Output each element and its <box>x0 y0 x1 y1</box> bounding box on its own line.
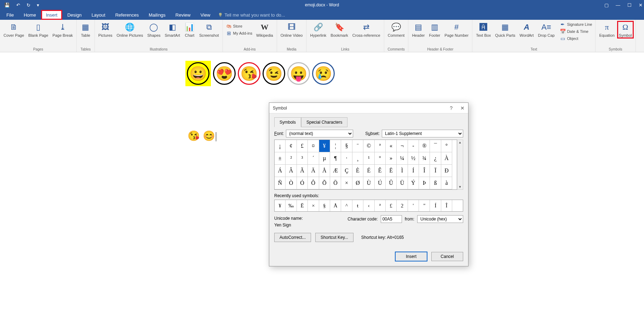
text-box-button[interactable]: 🅰Text Box <box>475 21 492 38</box>
close-icon[interactable]: ✕ <box>639 2 643 8</box>
symbol-cell[interactable]: £ <box>297 140 308 152</box>
from-select[interactable]: Unicode (hex) <box>417 215 463 223</box>
date-time-button[interactable]: 📅Date & Time <box>559 28 593 35</box>
symbol-cell[interactable]: ª <box>375 140 386 152</box>
symbol-cell[interactable]: ¨ <box>352 140 363 152</box>
tab-references[interactable]: References <box>110 10 144 20</box>
tab-view[interactable]: View <box>195 10 215 20</box>
symbol-cell[interactable]: Ã <box>297 165 308 177</box>
symbol-cell[interactable]: Ä <box>308 165 319 177</box>
recent-symbol-cell[interactable]: " <box>419 200 430 211</box>
symbol-cell[interactable]: ¥ <box>319 140 330 152</box>
object-button[interactable]: ▭Object <box>559 35 593 42</box>
qat-dropdown-icon[interactable]: ▾ <box>37 2 39 8</box>
symbol-cell[interactable]: × <box>341 177 352 189</box>
recent-symbol-cell[interactable]: § <box>319 200 330 211</box>
ribbon-options-icon[interactable]: ▢ <box>604 2 609 8</box>
tab-special-characters[interactable]: Special Characters <box>301 117 347 127</box>
symbol-cell[interactable]: ¬ <box>397 140 408 152</box>
symbol-cell[interactable]: Ý <box>408 177 419 189</box>
charcode-input[interactable] <box>381 215 402 223</box>
symbol-cell[interactable]: à <box>441 177 452 189</box>
recent-symbol-cell[interactable]: ^ <box>341 200 352 211</box>
symbol-cell[interactable]: Ð <box>441 165 452 177</box>
symbol-cell[interactable]: Ù <box>363 177 374 189</box>
recent-symbols-grid[interactable]: ¥‰Ë×§Å^ŧ‹ª£2'"ÍÎ <box>274 200 463 212</box>
symbol-cell[interactable]: Ü <box>397 177 408 189</box>
recent-symbol-cell[interactable]: ŧ <box>352 200 363 211</box>
insert-button[interactable]: Insert <box>395 252 427 261</box>
symbol-cell[interactable]: Í <box>408 165 419 177</box>
symbol-cell[interactable]: ½ <box>408 152 419 165</box>
tab-symbols[interactable]: Symbols <box>274 117 301 127</box>
symbol-cell[interactable]: ¦ <box>330 140 341 152</box>
recent-symbol-cell[interactable]: ¥ <box>275 200 286 211</box>
recent-symbol-cell[interactable]: Å <box>330 200 341 211</box>
quick-parts-button[interactable]: ▦Quick Parts <box>494 21 517 38</box>
symbol-cell[interactable]: - <box>408 140 419 152</box>
symbol-cell[interactable]: µ <box>319 152 330 165</box>
store-button[interactable]: 🛍Store <box>225 23 253 29</box>
scroll-down-icon[interactable]: ▼ <box>458 184 462 189</box>
recent-symbol-cell[interactable]: ‰ <box>286 200 297 211</box>
symbol-cell[interactable]: Æ <box>330 165 341 177</box>
recent-symbol-cell[interactable]: ‹ <box>363 200 374 211</box>
page-break-button[interactable]: ⤓Page Break <box>51 21 74 38</box>
symbol-cell[interactable]: ¯ <box>430 140 441 152</box>
equation-button[interactable]: πEquation <box>598 21 616 38</box>
recent-symbol-cell[interactable]: £ <box>386 200 397 211</box>
symbol-cell[interactable]: Ú <box>375 177 386 189</box>
my-addins-button[interactable]: ⊞My Add-ins <box>225 30 253 36</box>
recent-symbol-cell[interactable]: Í <box>430 200 441 211</box>
symbol-cell[interactable]: º <box>375 152 386 165</box>
symbol-cell[interactable]: Ó <box>297 177 308 189</box>
recent-symbol-cell[interactable]: ª <box>375 200 386 211</box>
scroll-up-icon[interactable]: ▲ <box>458 140 462 145</box>
symbol-button[interactable]: ΩSymbol <box>617 21 633 38</box>
font-select[interactable]: (normal text) <box>286 130 353 137</box>
recent-symbol-cell[interactable]: 2 <box>397 200 408 211</box>
symbol-cell[interactable]: ² <box>286 152 297 165</box>
symbol-cell[interactable]: Ñ <box>275 177 286 189</box>
symbol-grid[interactable]: ¡¢£¤¥¦§¨©ª«¬-®¯°±²³´µ¶·¸¹º»¼½¾¿ÀÁÂÃÄÅÆÇÈ… <box>274 140 457 190</box>
symbol-cell[interactable]: Ô <box>308 177 319 189</box>
symbol-cell[interactable]: Ï <box>430 165 441 177</box>
symbol-cell[interactable]: ³ <box>297 152 308 165</box>
symbol-cell[interactable]: Ì <box>397 165 408 177</box>
minimize-icon[interactable]: — <box>616 2 620 8</box>
hyperlink-button[interactable]: 🔗Hyperlink <box>309 21 328 38</box>
comment-button[interactable]: 💬Comment <box>386 21 406 38</box>
symbol-cell[interactable]: Õ <box>319 177 330 189</box>
symbol-cell[interactable]: Ò <box>286 177 297 189</box>
symbol-cell[interactable]: ß <box>430 177 441 189</box>
page-number-button[interactable]: #Page Number <box>443 21 470 38</box>
symbol-cell[interactable]: ¾ <box>419 152 430 165</box>
tab-insert[interactable]: Insert <box>41 10 63 20</box>
symbol-cell[interactable]: È <box>352 165 363 177</box>
symbol-cell[interactable]: « <box>386 140 397 152</box>
shortcut-key-button[interactable]: Shortcut Key... <box>315 233 353 242</box>
online-pictures-button[interactable]: 🌐Online Pictures <box>115 21 145 38</box>
symbol-cell[interactable]: Î <box>419 165 430 177</box>
symbol-cell[interactable]: ¿ <box>430 152 441 165</box>
undo-icon[interactable]: ↶ <box>16 2 20 8</box>
header-button[interactable]: ▤Header <box>410 21 426 38</box>
grid-scrollbar[interactable]: ▲▼ <box>457 140 463 190</box>
symbol-cell[interactable]: © <box>363 140 374 152</box>
wikipedia-button[interactable]: WWikipedia <box>255 21 275 38</box>
bookmark-button[interactable]: 🔖Bookmark <box>329 21 350 38</box>
tab-layout[interactable]: Layout <box>87 10 110 20</box>
symbol-cell[interactable]: ¤ <box>308 140 319 152</box>
recent-symbol-cell[interactable]: Î <box>441 200 452 211</box>
redo-icon[interactable]: ↻ <box>27 2 30 8</box>
tab-home[interactable]: Home <box>19 10 41 20</box>
symbol-cell[interactable]: Ë <box>386 165 397 177</box>
save-icon[interactable]: 💾 <box>4 2 10 8</box>
symbol-cell[interactable]: ± <box>275 152 286 165</box>
symbol-cell[interactable]: É <box>363 165 374 177</box>
symbol-cell[interactable]: ¼ <box>397 152 408 165</box>
symbol-cell[interactable]: Á <box>275 165 286 177</box>
symbol-cell[interactable]: Û <box>386 177 397 189</box>
cancel-button[interactable]: Cancel <box>431 252 463 261</box>
online-video-button[interactable]: 🎞Online Video <box>279 21 304 38</box>
